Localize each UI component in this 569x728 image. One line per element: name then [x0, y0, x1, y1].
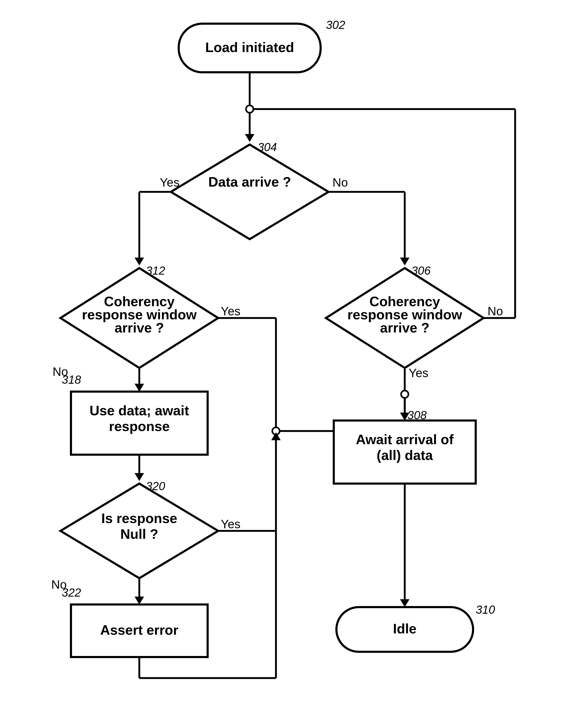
ref-306: 306 — [411, 264, 431, 277]
svg-marker-17 — [135, 384, 144, 392]
end-node: Idle — [336, 607, 473, 652]
d320-label-1: Is response — [101, 511, 177, 526]
d304-label: Data arrive ? — [208, 174, 291, 189]
start-node: Load initiated — [179, 24, 321, 72]
box-322: Assert error — [71, 604, 208, 657]
b308-label-1: Await arrival of — [356, 432, 454, 447]
d320-yes-label: Yes — [221, 517, 240, 531]
ref-312: 312 — [146, 264, 165, 277]
d312-label-3: arrive ? — [115, 320, 164, 335]
d304-no-label: No — [332, 176, 348, 189]
svg-point-2 — [246, 105, 253, 113]
d320-label-2: Null ? — [120, 526, 158, 542]
d306-label-3: arrive ? — [380, 320, 429, 335]
ref-304: 304 — [258, 141, 277, 153]
box-308: Await arrival of (all) data — [334, 421, 476, 484]
d306-no-label: No — [488, 304, 503, 318]
ref-302: 302 — [326, 18, 345, 31]
svg-marker-5 — [171, 145, 329, 239]
ref-310: 310 — [476, 603, 495, 616]
end-label: Idle — [393, 621, 417, 636]
diamond-306: Coherency response window arrive ? — [326, 268, 484, 368]
ref-308: 308 — [407, 409, 427, 422]
d306-yes-label: Yes — [409, 366, 428, 380]
svg-point-36 — [401, 391, 408, 398]
ref-322: 322 — [62, 586, 81, 599]
diamond-312: Coherency response window arrive ? — [60, 268, 218, 368]
d312-yes-label: Yes — [221, 304, 240, 318]
b318-label-2: response — [109, 419, 170, 434]
d304-yes-label: Yes — [160, 176, 180, 189]
box-318: Use data; await response — [71, 392, 208, 455]
b318-label-1: Use data; await — [90, 403, 189, 418]
flowchart-diagram: Load initiated 302 Data arrive ? 304 Yes… — [0, 0, 569, 728]
ref-320: 320 — [146, 480, 165, 493]
svg-marker-26 — [135, 597, 144, 604]
diamond-320: Is response Null ? — [60, 484, 218, 578]
diamond-304: Data arrive ? — [171, 145, 329, 239]
svg-marker-43 — [400, 599, 409, 607]
svg-marker-4 — [245, 134, 254, 142]
svg-marker-11 — [400, 258, 409, 265]
b322-label: Assert error — [100, 622, 178, 638]
b308-label-2: (all) data — [377, 448, 433, 463]
svg-marker-8 — [135, 258, 144, 265]
ref-318: 318 — [62, 373, 81, 386]
start-label: Load initiated — [205, 40, 294, 55]
svg-marker-20 — [135, 473, 144, 481]
